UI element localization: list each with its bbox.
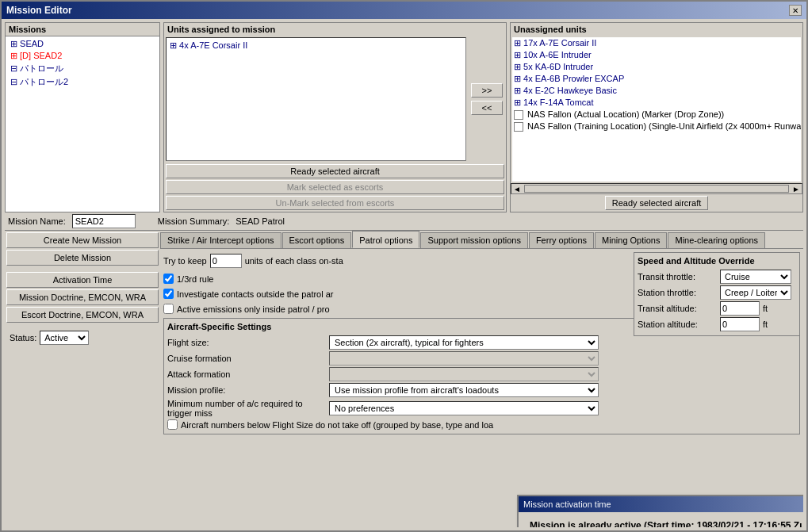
unassigned-list-content: ⊞ 17x A-7E Corsair II ⊞ 10x A-6E Intrude… [512, 37, 801, 132]
unassigned-item-6[interactable]: NAS Fallon (Actual Location) (Marker (Dr… [512, 109, 801, 121]
keep-input[interactable] [210, 254, 242, 268]
station-throttle-select[interactable]: Creep / Loiter [720, 285, 791, 300]
attack-formation-row: Attack formation [167, 366, 796, 382]
station-altitude-label: Station altitude: [638, 320, 717, 329]
assigned-panel: Units assigned to mission ⊞ 4x A-7E Cors… [163, 22, 507, 212]
scroll-right-arrow[interactable]: ► [791, 185, 802, 193]
unassigned-item-7[interactable]: NAS Fallon (Training Location) (Single-U… [512, 121, 801, 132]
unmark-escorts-button[interactable]: Un-Mark selected from escorts [166, 196, 504, 210]
tab-mining[interactable]: Mining Options [595, 232, 667, 248]
bottom-section: Create New Mission Delete Mission Activa… [5, 231, 803, 527]
mission-summary-value: SEAD Patrol [236, 216, 285, 226]
mission-item-sead[interactable]: ⊞ SEAD [7, 38, 158, 50]
checkbox-emissions[interactable] [163, 304, 174, 314]
transit-throttle-select[interactable]: Cruise [720, 270, 791, 284]
title-bar: Mission Editor ✕ [2, 2, 806, 19]
checkbox-third-rule-label: 1/3rd rule [177, 274, 213, 284]
mission-item-patrol2[interactable]: ⊟ パトロール2 [7, 75, 158, 89]
transit-throttle-label: Transit throttle: [638, 272, 717, 281]
assigned-bottom: Ready selected aircraft Mark selected as… [164, 163, 506, 212]
tab-support[interactable]: Support mission options [420, 232, 527, 248]
missions-list[interactable]: ⊞ SEAD ⊞ [D] SEAD2 ⊟ パトロール ⊟ パトロール2 [6, 36, 159, 212]
unassigned-item-0[interactable]: ⊞ 17x A-7E Corsair II [512, 37, 801, 49]
unassigned-scrollbar-h[interactable]: ◄ ► [511, 183, 802, 194]
mission-profile-select[interactable]: Use mission profile from aircraft's load… [329, 383, 599, 397]
min-ac-select[interactable]: No preferences [329, 401, 599, 415]
transfer-forward-button[interactable]: >> [471, 83, 503, 98]
unassigned-header: Unassigned units [511, 23, 802, 36]
transit-altitude-row: Transit altitude: ft [638, 300, 796, 316]
keep-suffix: units of each class on-sta [245, 256, 343, 266]
ready-selected-button[interactable]: Ready selected aircraft [166, 164, 504, 178]
unassigned-bottom: Ready selected aircraft [511, 194, 802, 212]
expand-patrol2: ⊟ [10, 77, 20, 86]
station-throttle-row: Station throttle: Creep / Loiter [638, 285, 796, 300]
window-title: Mission Editor [6, 5, 72, 16]
create-mission-button[interactable]: Create New Mission [6, 232, 159, 248]
escort-doctrine-button[interactable]: Escort Doctrine, EMCON, WRA [6, 307, 159, 323]
expand-sead: ⊞ [10, 39, 20, 48]
tab-escort[interactable]: Escort options [282, 232, 352, 248]
mission-summary-label: Mission Summary: [158, 216, 229, 226]
flight-size-label: Flight size: [167, 338, 326, 347]
mission-name-input[interactable] [72, 214, 136, 228]
activation-time-button[interactable]: Activation Time [6, 272, 159, 288]
speed-altitude-panel: Speed and Altitude Override Transit thro… [634, 252, 800, 336]
mission-profile-label: Mission profile: [167, 385, 326, 395]
checkbox-investigate-label: Investigate contacts outside the patrol … [177, 289, 334, 299]
missions-header: Missions [6, 23, 159, 36]
activation-popup: Mission activation time ✕ Mission is alr… [517, 495, 803, 527]
unassigned-item-4[interactable]: ⊞ 4x E-2C Hawkeye Basic [512, 85, 801, 97]
assigned-list[interactable]: ⊞ 4x A-7E Corsair II [166, 37, 466, 161]
station-altitude-input[interactable] [720, 317, 760, 331]
mission-name-row: Mission Name: Mission Summary: SEAD Patr… [5, 212, 803, 231]
assigned-content: ⊞ 4x A-7E Corsair II >> << [164, 36, 506, 163]
unassigned-item-2[interactable]: ⊞ 5x KA-6D Intruder [512, 61, 801, 73]
unassigned-item-3[interactable]: ⊞ 4x EA-6B Prowler EXCAP [512, 73, 801, 85]
delete-mission-button[interactable]: Delete Mission [6, 250, 159, 266]
transfer-back-button[interactable]: << [471, 101, 503, 115]
popup-content: Mission is already active (Start time: 1… [519, 512, 803, 527]
tab-strike[interactable]: Strike / Air Intercept options [160, 232, 281, 248]
attack-formation-select [329, 367, 599, 381]
tab-patrol[interactable]: Patrol options [352, 231, 419, 248]
aircraft-numbers-checkbox[interactable] [167, 419, 178, 430]
scroll-left-arrow[interactable]: ◄ [511, 185, 523, 193]
flight-size-select[interactable]: Section (2x aircraft), typical for fight… [329, 335, 599, 350]
assigned-item-0[interactable]: ⊞ 4x A-7E Corsair II [168, 40, 464, 52]
right-content: Strike / Air Intercept options Escort op… [160, 231, 803, 527]
unassigned-ready-button[interactable]: Ready selected aircraft [605, 196, 709, 210]
transit-altitude-input[interactable] [720, 301, 760, 316]
status-label: Status: [10, 333, 36, 343]
doctrine-button[interactable]: Mission Doctrine, EMCON, WRA [6, 289, 159, 305]
top-row: Missions ⊞ SEAD ⊞ [D] SEAD2 ⊟ パトロール [5, 22, 803, 212]
left-sidebar: Create New Mission Delete Mission Activa… [5, 231, 160, 527]
mission-item-sead2[interactable]: ⊞ [D] SEAD2 [7, 50, 158, 62]
status-select[interactable]: Active Inactive [40, 331, 89, 345]
mission-profile-row: Mission profile: Use mission profile fro… [167, 382, 796, 398]
checkbox-investigate[interactable] [163, 289, 174, 299]
scroll-thumb[interactable] [524, 185, 789, 193]
unassigned-scroll-wrap[interactable]: ⊞ 17x A-7E Corsair II ⊞ 10x A-6E Intrude… [512, 37, 801, 182]
mission-item-patrol[interactable]: ⊟ パトロール [7, 62, 158, 75]
assigned-header: Units assigned to mission [164, 23, 506, 36]
aircraft-numbers-row: Aircraft numbers below Flight Size do no… [167, 419, 796, 431]
aircraft-numbers-label: Aircraft numbers below Flight Size do no… [181, 420, 493, 430]
mark-escorts-button[interactable]: Mark selected as escorts [166, 180, 504, 194]
station-altitude-row: Station altitude: ft [638, 316, 796, 332]
missions-panel: Missions ⊞ SEAD ⊞ [D] SEAD2 ⊟ パトロール [5, 22, 160, 212]
tab-clearing[interactable]: Mine-clearing options [668, 232, 765, 248]
checkbox-third-rule[interactable] [163, 274, 174, 284]
unassigned-item-1[interactable]: ⊞ 10x A-6E Intruder [512, 49, 801, 61]
expand-sead2: ⊞ [10, 51, 20, 60]
window-close-button[interactable]: ✕ [789, 5, 802, 16]
station-altitude-unit: ft [763, 320, 768, 329]
attack-formation-label: Attack formation [167, 369, 326, 379]
tab-ferry[interactable]: Ferry options [529, 232, 594, 248]
tabs-container: Strike / Air Intercept options Escort op… [160, 231, 803, 249]
transit-altitude-label: Transit altitude: [638, 304, 717, 313]
cruise-formation-select [329, 351, 599, 366]
min-ac-row: Minimum number of a/c required to trigge… [167, 398, 796, 419]
unassigned-item-5[interactable]: ⊞ 14x F-14A Tomcat [512, 97, 801, 109]
mission-name-label: Mission Name: [8, 216, 66, 226]
